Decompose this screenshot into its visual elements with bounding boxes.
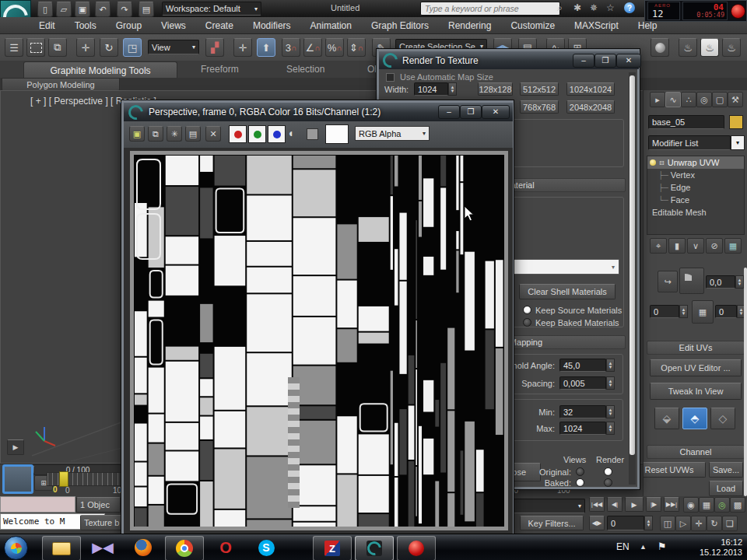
snaps-toggle-icon[interactable]: 3∩ <box>282 38 300 57</box>
rtt-size-512-button[interactable]: 512x512 <box>520 82 559 96</box>
window-crossing-icon[interactable]: ⧉ <box>48 38 67 57</box>
ribbon-tab-selection[interactable]: Selection <box>286 64 324 75</box>
undo-icon[interactable]: ↶ <box>95 2 110 17</box>
zoom-extents-selected-icon[interactable]: ◎ <box>714 497 730 513</box>
taskbar-recorder-button[interactable] <box>397 536 436 560</box>
taskbar-skype-button[interactable]: S <box>247 536 285 559</box>
pin-stack-icon[interactable]: ⌖ <box>650 238 667 254</box>
rtt-width-spinner[interactable]: ▲▼ <box>448 82 457 96</box>
next-frame-button[interactable]: |▶ <box>646 497 661 512</box>
rtt-titlebar[interactable]: Render To Texture – ❐ ✕ <box>379 51 639 69</box>
pan-hand-icon[interactable]: ✛ <box>691 516 707 531</box>
tray-action-center-flag-icon[interactable]: ⚑ <box>658 541 667 552</box>
communication-center-icon[interactable]: ✵ <box>590 2 598 13</box>
key-mode-toggle-button[interactable]: ◀▶ <box>589 516 605 530</box>
maximize-viewport-icon[interactable]: ❏ <box>722 516 738 531</box>
menu-rendering[interactable]: Rendering <box>448 20 491 31</box>
tray-show-hidden-icons[interactable]: ▲ <box>640 543 647 551</box>
rtt-close-button[interactable]: ✕ <box>616 54 641 68</box>
uv-mode-plane-button[interactable]: ◇ <box>710 408 735 429</box>
edit-uvs-rollout-header[interactable]: Edit UVs <box>647 341 745 355</box>
play-button[interactable]: ▶ <box>625 497 644 512</box>
expander-icon[interactable]: ⊟ <box>659 159 665 166</box>
keep-source-radio[interactable] <box>523 306 531 314</box>
key-filters-button[interactable]: Key Filters... <box>520 516 584 530</box>
min-field[interactable]: 32 <box>559 405 606 418</box>
menu-maxscript[interactable]: MAXScript <box>574 20 619 31</box>
go-to-start-button[interactable]: |◀◀ <box>589 497 605 512</box>
menu-views[interactable]: Views <box>161 20 186 31</box>
show-end-result-icon[interactable]: ▮ <box>668 238 686 254</box>
frame-spinner[interactable]: ▲▼ <box>644 516 653 530</box>
modify-tab-icon[interactable]: ∿ <box>665 92 681 107</box>
channel-rollout-header[interactable]: Channel <box>647 445 745 459</box>
stack-item-edge[interactable]: ├─ Edge <box>647 181 744 194</box>
menu-animation[interactable]: Animation <box>310 20 352 31</box>
clear-color-swatch[interactable] <box>325 124 349 144</box>
rendered-frame-window-icon[interactable]: ♨ <box>700 38 719 57</box>
spacing-spinner[interactable]: ▲▼ <box>606 376 615 390</box>
rtt-minimize-button[interactable]: – <box>573 54 594 68</box>
use-pivot-center-icon[interactable]: ▞ <box>205 38 224 57</box>
menu-edit[interactable]: Edit <box>39 20 55 31</box>
panel-scrollbar[interactable] <box>744 268 747 496</box>
taskbar-firefox-button[interactable] <box>124 536 162 559</box>
display-tab-icon[interactable]: ▢ <box>712 92 728 107</box>
rfw-close-button[interactable]: ✕ <box>482 105 510 119</box>
zoom-icon[interactable]: ▷ <box>675 516 691 531</box>
time-configuration-icon[interactable]: ◫ <box>660 516 675 531</box>
keep-baked-radio[interactable] <box>523 318 531 327</box>
tweak-in-view-button[interactable]: Tweak In View <box>650 383 742 400</box>
viewport-layout-expander-button[interactable]: ▶ <box>7 439 24 455</box>
rtt-width-field[interactable]: 1024 <box>414 82 448 96</box>
taskbar-3dsmax-button[interactable] <box>355 536 394 560</box>
motion-tab-icon[interactable]: ◎ <box>696 92 712 107</box>
taskbar-filezilla-button[interactable]: Z <box>313 536 352 560</box>
select-move-icon[interactable]: ✛ <box>76 38 95 57</box>
project-folder-icon[interactable]: ▤ <box>139 2 154 17</box>
menu-group[interactable]: Group <box>116 20 142 31</box>
previous-frame-button[interactable]: ◀| <box>607 497 622 512</box>
rotate-angle-field[interactable]: 0,0 <box>706 275 735 289</box>
stack-item-editable-mesh[interactable]: Editable Mesh <box>647 206 744 219</box>
quick-planar-map-icon[interactable] <box>679 268 704 294</box>
taskbar-explorer-button[interactable] <box>42 536 81 560</box>
save-uvws-button[interactable]: Save... <box>709 462 743 478</box>
taskbar-opera-button[interactable]: O <box>207 536 244 559</box>
u-offset-field[interactable]: 0 <box>650 305 679 318</box>
original-views-radio[interactable] <box>576 467 584 476</box>
stack-item-unwrap-uvw[interactable]: ⊟ Unwrap UVW <box>647 156 744 169</box>
orbit-icon[interactable]: ↻ <box>707 516 722 531</box>
open-uv-editor-button[interactable]: Open UV Editor ... <box>650 359 742 376</box>
material-editor-icon[interactable] <box>651 38 669 57</box>
search-input[interactable] <box>420 2 560 16</box>
time-slider[interactable] <box>59 471 68 487</box>
menu-create[interactable]: Create <box>205 20 233 31</box>
rfw-maximize-button[interactable]: ❐ <box>460 105 482 119</box>
menu-modifiers[interactable]: Modifiers <box>253 20 291 31</box>
threshold-angle-field[interactable]: 45,0 <box>559 359 606 372</box>
open-file-icon[interactable]: ▱ <box>56 2 72 17</box>
modifier-list-dropdown[interactable]: Modifier List <box>648 135 731 150</box>
ribbon-tab-graphite[interactable]: Graphite Modeling Tools <box>23 61 177 79</box>
alpha-channel-icon[interactable]: ◐ <box>289 127 295 139</box>
reset-uvws-button[interactable]: Reset UVWs <box>643 462 706 478</box>
keyboard-shortcut-override-icon[interactable]: ⬆ <box>257 38 275 57</box>
make-unique-icon[interactable]: ∨ <box>687 238 704 254</box>
red-channel-button[interactable] <box>229 125 247 143</box>
utilities-tab-icon[interactable]: ⚒ <box>728 92 743 107</box>
reference-coordinate-dropdown[interactable]: View ▾ <box>148 40 199 54</box>
lightbulb-icon[interactable] <box>650 159 656 166</box>
grid-snap-icon[interactable]: ▦ <box>692 300 714 324</box>
new-scene-icon[interactable]: ▯ <box>37 2 53 17</box>
rfw-minimize-button[interactable]: – <box>438 105 460 119</box>
rectangular-selection-icon[interactable] <box>26 38 45 57</box>
hierarchy-tab-icon[interactable]: ∴ <box>681 92 696 107</box>
rtt-auto-size-checkbox[interactable] <box>386 73 395 82</box>
blue-channel-button[interactable] <box>268 125 286 143</box>
menu-tools[interactable]: Tools <box>75 20 96 31</box>
search-binoculars-icon[interactable]: ⌕ <box>557 2 563 13</box>
start-button[interactable] <box>4 536 28 560</box>
rfw-titlebar[interactable]: Perspective, frame 0, RGBA Color 16 Bits… <box>124 103 513 121</box>
select-manipulate-icon[interactable]: ✛ <box>233 38 252 57</box>
